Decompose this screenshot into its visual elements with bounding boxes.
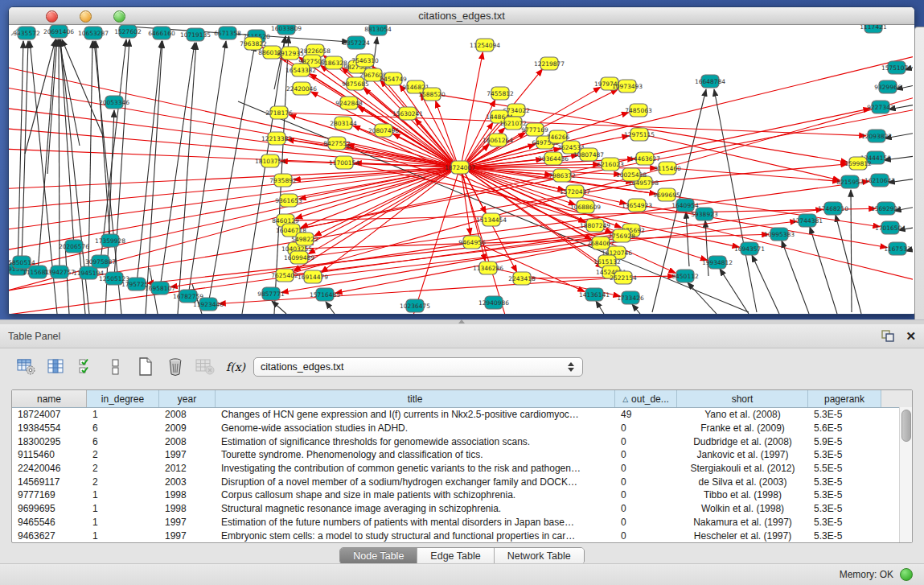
cell-name[interactable]: 9699695 bbox=[12, 503, 87, 514]
delete-columns-button[interactable] bbox=[163, 356, 187, 377]
tab-network-table[interactable]: Network Table bbox=[495, 548, 584, 564]
show-columns-button[interactable] bbox=[44, 356, 68, 377]
cell-year[interactable]: 2012 bbox=[159, 463, 216, 474]
graph-edge[interactable] bbox=[686, 212, 689, 266]
table-row[interactable]: 1872400712008Changes of HCN gene express… bbox=[12, 408, 912, 422]
table-select-dropdown[interactable]: citations_edges.txt bbox=[253, 357, 583, 377]
network-graph[interactable]: 9435572206914061065328715276026466160107… bbox=[9, 25, 913, 314]
table-row[interactable]: 977716911998Corpus callosum shape and si… bbox=[12, 488, 912, 502]
cell-title[interactable]: Changes of HCN gene expression and I(f) … bbox=[216, 409, 615, 420]
graph-edge[interactable] bbox=[752, 255, 779, 314]
table-row[interactable]: 2242004622012Investigating the contribut… bbox=[12, 462, 912, 476]
graph-edge[interactable] bbox=[88, 41, 92, 273]
table-row[interactable]: 946554611997Estimation of the future num… bbox=[12, 516, 912, 529]
cell-pagerank[interactable]: 5.3E-5 bbox=[808, 530, 881, 542]
cell-title[interactable]: Corpus callosum shape and size in male p… bbox=[216, 489, 615, 501]
cell-in_degree[interactable]: 1 bbox=[87, 530, 159, 542]
cell-name[interactable]: 22420046 bbox=[12, 463, 87, 474]
cell-out_de[interactable]: 0 bbox=[615, 476, 677, 488]
cell-in_degree[interactable]: 1 bbox=[87, 503, 159, 514]
cell-short[interactable]: Hescheler et al. (1997) bbox=[677, 530, 808, 542]
cell-year[interactable]: 1998 bbox=[159, 503, 216, 514]
cell-pagerank[interactable]: 5.5E-5 bbox=[808, 463, 881, 474]
cell-out_de[interactable]: 0 bbox=[615, 463, 677, 474]
cell-short[interactable]: Stergiakouli et al. (2012) bbox=[677, 463, 808, 474]
cell-title[interactable]: Investigating the contribution of common… bbox=[216, 463, 615, 474]
cell-pagerank[interactable]: 5.3E-5 bbox=[808, 476, 881, 488]
graph-edge[interactable] bbox=[274, 36, 285, 89]
graph-edge[interactable] bbox=[851, 190, 852, 312]
resize-grip-icon[interactable] bbox=[9, 25, 20, 36]
graph-edge[interactable] bbox=[411, 167, 460, 314]
cell-out_de[interactable]: 49 bbox=[615, 409, 677, 420]
graph-edge[interactable] bbox=[96, 41, 110, 241]
function-builder-button[interactable]: f(x) bbox=[226, 360, 245, 373]
cell-out_de[interactable]: 0 bbox=[615, 422, 677, 434]
cell-pagerank[interactable]: 5.9E-5 bbox=[808, 436, 881, 447]
graph-edge[interactable] bbox=[65, 244, 69, 314]
cell-out_de[interactable]: 0 bbox=[615, 530, 677, 542]
cell-year[interactable]: 1997 bbox=[159, 530, 216, 542]
cell-in_degree[interactable]: 6 bbox=[87, 422, 159, 434]
cell-title[interactable]: Embryonic stem cells: a model to study s… bbox=[216, 530, 615, 542]
close-panel-icon[interactable]: ✕ bbox=[906, 331, 916, 342]
column-header-in_degree[interactable]: in_degree bbox=[87, 390, 159, 407]
graph-edge[interactable] bbox=[596, 301, 604, 314]
cell-name[interactable]: 18724007 bbox=[12, 409, 87, 420]
cell-name[interactable]: 14569117 bbox=[12, 476, 87, 488]
cell-out_de[interactable]: 0 bbox=[615, 517, 677, 528]
column-header-out_de[interactable]: △out_de... bbox=[615, 390, 677, 407]
graph-edge[interactable] bbox=[720, 269, 749, 314]
cell-out_de[interactable]: 0 bbox=[615, 436, 677, 447]
table-row[interactable]: 911546021997Tourette syndrome. Phenomeno… bbox=[12, 448, 912, 462]
cell-year[interactable]: 2008 bbox=[159, 409, 216, 420]
cell-name[interactable]: 9777169 bbox=[12, 489, 87, 501]
graph-edge[interactable] bbox=[688, 282, 717, 314]
cell-year[interactable]: 1997 bbox=[159, 517, 216, 528]
panel-splitter[interactable] bbox=[0, 319, 924, 324]
cell-in_degree[interactable]: 1 bbox=[87, 489, 159, 501]
graph-edge[interactable] bbox=[714, 89, 757, 312]
graph-edge[interactable] bbox=[160, 43, 195, 288]
column-header-year[interactable]: year bbox=[159, 390, 216, 407]
cell-short[interactable]: Nakamura et al. (1997) bbox=[677, 517, 808, 528]
cell-pagerank[interactable]: 5.3E-5 bbox=[808, 517, 881, 528]
table-row[interactable]: 1830029562008Estimation of significance … bbox=[12, 435, 912, 448]
memory-ok-led-icon[interactable] bbox=[900, 568, 913, 581]
graph-edge[interactable] bbox=[208, 44, 255, 304]
cell-short[interactable]: de Silva et al. (2003) bbox=[677, 476, 808, 488]
cell-title[interactable]: Estimation of significance thresholds fo… bbox=[216, 436, 615, 447]
cell-title[interactable]: Tourette syndrome. Phenomenology and cla… bbox=[216, 449, 615, 460]
select-all-button[interactable] bbox=[74, 356, 98, 377]
cell-year[interactable]: 1997 bbox=[159, 449, 216, 460]
graph-edge[interactable] bbox=[782, 241, 809, 314]
graph-edge[interactable] bbox=[9, 167, 460, 281]
cell-pagerank[interactable]: 5.3E-5 bbox=[808, 449, 881, 460]
graph-edge[interactable] bbox=[47, 39, 57, 174]
graph-edge[interactable] bbox=[326, 302, 335, 314]
cell-out_de[interactable]: 0 bbox=[615, 449, 677, 460]
cell-in_degree[interactable]: 1 bbox=[87, 409, 159, 420]
table-row[interactable]: 1938455462009Genome-wide association stu… bbox=[12, 422, 912, 435]
graph-edge[interactable] bbox=[335, 244, 592, 293]
results-panel-edge[interactable] bbox=[914, 27, 924, 320]
graph-edge[interactable] bbox=[306, 234, 769, 249]
cell-title[interactable]: Estimation of the future numbers of pati… bbox=[216, 517, 615, 528]
cell-year[interactable]: 2008 bbox=[159, 436, 216, 447]
graph-edge[interactable] bbox=[322, 221, 797, 276]
column-header-pagerank[interactable]: pagerank bbox=[808, 390, 881, 407]
graph-edge[interactable] bbox=[178, 43, 196, 314]
delete-table-button[interactable] bbox=[193, 356, 217, 377]
column-header-short[interactable]: short bbox=[677, 390, 808, 407]
graph-edge[interactable] bbox=[137, 41, 162, 284]
graph-edge[interactable] bbox=[810, 227, 837, 314]
graph-edge[interactable] bbox=[436, 101, 457, 162]
cell-in_degree[interactable]: 6 bbox=[87, 436, 159, 447]
graph-edge[interactable] bbox=[632, 304, 640, 314]
graph-edge[interactable] bbox=[60, 39, 74, 246]
tab-node-table[interactable]: Node Table bbox=[340, 548, 417, 564]
table-row[interactable]: 1456911722003Disruption of a novel membe… bbox=[12, 475, 912, 488]
cell-short[interactable]: Yano et al. (2008) bbox=[677, 409, 808, 420]
tab-edge-table[interactable]: Edge Table bbox=[417, 548, 494, 564]
cell-year[interactable]: 2009 bbox=[159, 422, 216, 434]
